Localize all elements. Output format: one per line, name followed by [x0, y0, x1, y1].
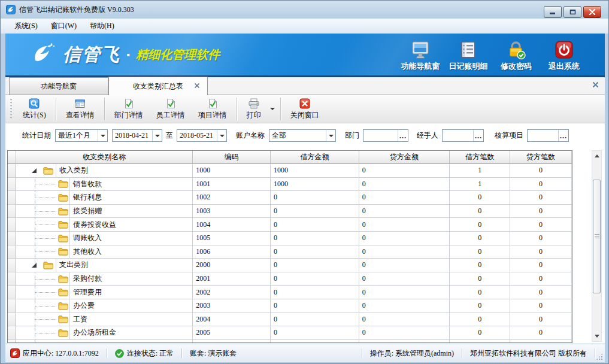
- expand-collapse-icon[interactable]: [31, 168, 37, 174]
- table-cell: [450, 340, 510, 343]
- row-indicator: [8, 205, 16, 219]
- expand-collapse-icon[interactable]: [31, 262, 37, 268]
- table-row[interactable]: 工资20040000: [8, 313, 572, 327]
- handler-browse-icon[interactable]: …: [473, 130, 483, 141]
- table-row: [8, 340, 572, 343]
- header-button-3[interactable]: 退出系统: [540, 38, 588, 72]
- credit-amount-cell: 0: [359, 259, 450, 272]
- tab-nav-window[interactable]: 功能导航窗: [9, 77, 108, 95]
- table-row[interactable]: 调账收入10050000: [8, 232, 572, 245]
- app-window: 信管飞出纳记账软件免费版 V9.0.303 系统(S)窗口(W)帮助(H) 信管…: [0, 0, 609, 364]
- credit-amount-cell: 0: [359, 205, 450, 219]
- date-to-select[interactable]: 2018-05-21: [177, 129, 227, 142]
- row-indicator: [8, 326, 16, 340]
- tree-line: [35, 184, 56, 184]
- header-button-1[interactable]: 日记账明细: [444, 38, 492, 72]
- date-from-select[interactable]: 2018-04-21: [112, 129, 162, 142]
- handler-input[interactable]: …: [442, 129, 484, 142]
- toolbar-button-3[interactable]: 员工详情: [150, 96, 192, 122]
- dropdown-arrow-icon[interactable]: [326, 130, 335, 141]
- row-indicator: [8, 178, 16, 192]
- account-select[interactable]: 全部: [269, 129, 336, 142]
- table-row[interactable]: 办公场所租金20050000: [8, 326, 572, 340]
- debit-amount-cell: 0: [271, 259, 359, 272]
- table-row[interactable]: 收入类别10001000010: [8, 164, 572, 178]
- scrollbar-thumb[interactable]: [593, 180, 601, 293]
- scroll-down-icon[interactable]: [593, 332, 601, 341]
- tab-income-expense-summary[interactable]: 收支类别汇总表: [108, 77, 208, 95]
- status-separator: [462, 348, 462, 358]
- table-row[interactable]: 销售收款10011000010: [8, 178, 572, 192]
- debit-amount-cell: 0: [271, 245, 359, 259]
- toolbar-button-5[interactable]: 打印: [240, 96, 268, 122]
- project-browse-icon[interactable]: …: [558, 130, 568, 141]
- folder-icon: [58, 207, 68, 216]
- credit-count-cell: 0: [510, 218, 572, 232]
- folder-icon: [58, 275, 68, 283]
- column-header-5[interactable]: 贷方笔数: [510, 151, 572, 164]
- stats-icon: [29, 98, 40, 110]
- folder-icon: [58, 247, 68, 256]
- tree-line: [35, 225, 56, 225]
- table-row[interactable]: 债券投资收益10040000: [8, 218, 572, 232]
- menu-item-1[interactable]: 窗口(W): [44, 20, 83, 32]
- toolbar-button-label: 查看详情: [66, 110, 95, 120]
- department-input[interactable]: …: [363, 129, 408, 142]
- toolbar-grip[interactable]: [10, 98, 13, 120]
- row-indicator: [8, 313, 16, 327]
- tabstrip-close-icon[interactable]: [592, 81, 599, 88]
- credit-amount-cell: 0: [359, 299, 450, 313]
- code-cell: 1000: [193, 164, 271, 178]
- minimize-button[interactable]: [544, 6, 562, 18]
- toolbar-button-2[interactable]: 部门详情: [108, 96, 150, 122]
- category-name-cell: 采购付款: [16, 272, 193, 286]
- table-row[interactable]: 管理费用20020000: [8, 286, 572, 299]
- header-button-0[interactable]: 功能导航窗: [396, 38, 444, 72]
- table-row[interactable]: 支出类别20000000: [8, 259, 572, 272]
- maximize-button[interactable]: [563, 6, 581, 18]
- table-row[interactable]: 采购付款20010000: [8, 272, 572, 286]
- content-area: 收支类别名称编码借方金额贷方金额借方笔数贷方笔数 收入类别10001000010…: [5, 148, 605, 344]
- column-header-4[interactable]: 借方笔数: [450, 151, 510, 164]
- column-header-2[interactable]: 借方金额: [271, 151, 359, 164]
- header-button-2[interactable]: 修改密码: [492, 38, 540, 72]
- dropdown-arrow-icon[interactable]: [152, 130, 162, 141]
- scroll-up-icon[interactable]: [593, 151, 601, 160]
- project-input[interactable]: …: [527, 129, 569, 142]
- row-indicator: [8, 272, 16, 286]
- category-name-cell: 银行利息: [16, 191, 193, 205]
- row-indicator: [8, 191, 16, 205]
- resize-grip[interactable]: [596, 353, 603, 360]
- window-title: 信管飞出纳记账软件免费版 V9.0.303: [19, 5, 134, 15]
- date-range-select[interactable]: 最近1个月: [55, 129, 108, 142]
- menu-item-0[interactable]: 系统(S): [8, 20, 44, 32]
- status-app-icon: [10, 348, 20, 358]
- folder-icon: [43, 166, 53, 175]
- toolbar-button-6[interactable]: 关闭窗口: [284, 96, 326, 122]
- department-browse-icon[interactable]: …: [398, 130, 408, 141]
- toolbar-button-1[interactable]: 查看详情: [59, 96, 101, 122]
- handler-label: 经手人: [417, 131, 438, 141]
- print-dropdown-caret[interactable]: [268, 97, 277, 121]
- table-row[interactable]: 接受捐赠10030000: [8, 205, 572, 219]
- table-header: 收支类别名称编码借方金额贷方金额借方笔数贷方笔数: [8, 151, 572, 164]
- menu-item-2[interactable]: 帮助(H): [83, 20, 121, 32]
- dropdown-arrow-icon[interactable]: [98, 130, 107, 141]
- table-row[interactable]: 办公费20030000: [8, 299, 572, 313]
- table-cell: [271, 340, 359, 343]
- tree-line: [35, 198, 56, 198]
- close-button[interactable]: [583, 6, 601, 18]
- table-row[interactable]: 银行利息10020000: [8, 191, 572, 205]
- table-row[interactable]: 其他收入10060000: [8, 245, 572, 259]
- tab-close-icon[interactable]: [194, 83, 200, 89]
- tree-line: [35, 292, 56, 293]
- vertical-scrollbar[interactable]: [592, 150, 602, 342]
- dropdown-arrow-icon[interactable]: [217, 130, 226, 141]
- category-name: 办公场所租金: [69, 326, 192, 339]
- toolbar-button-0[interactable]: 统计(S): [16, 96, 53, 122]
- column-header-1[interactable]: 编码: [193, 151, 271, 164]
- column-header-3[interactable]: 贷方金额: [359, 151, 450, 164]
- column-header-0[interactable]: 收支类别名称: [16, 151, 193, 164]
- toolbar-button-4[interactable]: 项目详情: [192, 96, 234, 122]
- account-value: 全部: [269, 131, 326, 141]
